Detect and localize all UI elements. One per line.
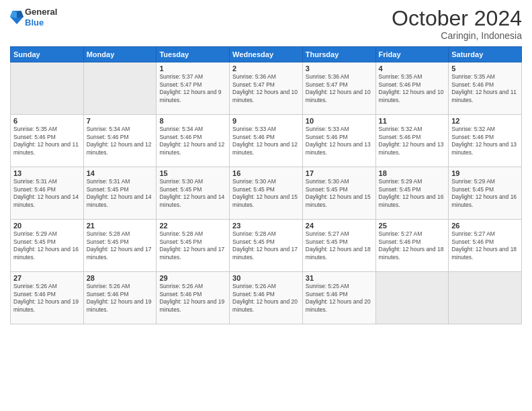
day-info: Sunrise: 5:37 AM Sunset: 5:47 PM Dayligh… [159,73,226,104]
day-info: Sunrise: 5:35 AM Sunset: 5:46 PM Dayligh… [451,73,519,104]
calendar-cell: 29Sunrise: 5:26 AM Sunset: 5:46 PM Dayli… [157,272,230,324]
day-number: 22 [159,222,226,230]
location: Caringin, Indonesia [392,30,522,41]
calendar-cell: 19Sunrise: 5:29 AM Sunset: 5:45 PM Dayli… [449,167,522,220]
day-number: 26 [451,222,519,230]
calendar-cell: 20Sunrise: 5:29 AM Sunset: 5:45 PM Dayli… [11,220,84,272]
day-number: 6 [13,117,81,125]
day-info: Sunrise: 5:36 AM Sunset: 5:47 PM Dayligh… [306,73,373,104]
calendar-cell: 26Sunrise: 5:27 AM Sunset: 5:46 PM Dayli… [449,220,522,272]
day-info: Sunrise: 5:26 AM Sunset: 5:46 PM Dayligh… [232,283,300,314]
day-info: Sunrise: 5:29 AM Sunset: 5:45 PM Dayligh… [13,230,81,261]
day-number: 16 [232,169,300,177]
day-info: Sunrise: 5:30 AM Sunset: 5:45 PM Dayligh… [306,178,373,209]
day-info: Sunrise: 5:33 AM Sunset: 5:46 PM Dayligh… [306,126,373,156]
day-info: Sunrise: 5:34 AM Sunset: 5:46 PM Dayligh… [159,126,226,156]
day-info: Sunrise: 5:29 AM Sunset: 5:45 PM Dayligh… [379,178,446,209]
day-number: 10 [306,117,373,125]
header-day: Sunday [11,47,84,62]
day-info: Sunrise: 5:27 AM Sunset: 5:45 PM Dayligh… [306,230,373,261]
day-number: 31 [306,274,373,282]
calendar-week: 1Sunrise: 5:37 AM Sunset: 5:47 PM Daylig… [11,62,522,115]
calendar-cell: 12Sunrise: 5:32 AM Sunset: 5:46 PM Dayli… [449,115,522,167]
calendar-cell: 3Sunrise: 5:36 AM Sunset: 5:47 PM Daylig… [302,62,375,115]
logo-general: General [25,7,57,17]
calendar-cell: 9Sunrise: 5:33 AM Sunset: 5:46 PM Daylig… [230,115,303,167]
calendar-cell: 4Sunrise: 5:35 AM Sunset: 5:46 PM Daylig… [375,62,449,115]
header-day: Wednesday [230,47,303,62]
day-info: Sunrise: 5:31 AM Sunset: 5:45 PM Dayligh… [87,178,154,209]
calendar-cell [449,272,522,324]
calendar-cell: 31Sunrise: 5:25 AM Sunset: 5:46 PM Dayli… [302,272,375,324]
calendar-cell: 14Sunrise: 5:31 AM Sunset: 5:45 PM Dayli… [83,167,157,220]
day-number: 7 [87,117,154,125]
calendar-body: 1Sunrise: 5:37 AM Sunset: 5:47 PM Daylig… [11,62,522,324]
calendar-week: 27Sunrise: 5:26 AM Sunset: 5:46 PM Dayli… [11,272,522,324]
header-day: Thursday [302,47,375,62]
day-number: 15 [159,169,226,177]
day-number: 9 [232,117,300,125]
day-info: Sunrise: 5:32 AM Sunset: 5:46 PM Dayligh… [379,126,446,156]
calendar-cell: 21Sunrise: 5:28 AM Sunset: 5:45 PM Dayli… [83,220,157,272]
page: General Blue October 2024 Caringin, Indo… [0,0,532,411]
calendar-cell: 30Sunrise: 5:26 AM Sunset: 5:46 PM Dayli… [230,272,303,324]
day-number: 29 [159,274,226,282]
calendar-cell: 1Sunrise: 5:37 AM Sunset: 5:47 PM Daylig… [157,62,230,115]
calendar-cell: 23Sunrise: 5:28 AM Sunset: 5:45 PM Dayli… [230,220,303,272]
calendar-table: SundayMondayTuesdayWednesdayThursdayFrid… [10,46,522,324]
calendar-cell: 28Sunrise: 5:26 AM Sunset: 5:46 PM Dayli… [83,272,157,324]
day-number: 5 [451,64,519,73]
day-info: Sunrise: 5:26 AM Sunset: 5:46 PM Dayligh… [87,283,154,314]
calendar-cell: 15Sunrise: 5:30 AM Sunset: 5:45 PM Dayli… [157,167,230,220]
calendar-cell: 7Sunrise: 5:34 AM Sunset: 5:46 PM Daylig… [83,115,157,167]
day-info: Sunrise: 5:36 AM Sunset: 5:47 PM Dayligh… [232,73,300,104]
day-number: 28 [87,274,154,282]
day-info: Sunrise: 5:35 AM Sunset: 5:46 PM Dayligh… [13,126,81,156]
month-title: October 2024 [392,7,522,30]
day-number: 24 [306,222,373,230]
header: General Blue October 2024 Caringin, Indo… [10,7,522,41]
day-info: Sunrise: 5:27 AM Sunset: 5:46 PM Dayligh… [379,230,446,261]
calendar-cell: 16Sunrise: 5:30 AM Sunset: 5:45 PM Dayli… [230,167,303,220]
calendar-week: 13Sunrise: 5:31 AM Sunset: 5:46 PM Dayli… [11,167,522,220]
header-day: Tuesday [157,47,230,62]
calendar-cell [83,62,157,115]
calendar-cell: 11Sunrise: 5:32 AM Sunset: 5:46 PM Dayli… [375,115,449,167]
day-number: 2 [232,64,300,73]
day-info: Sunrise: 5:26 AM Sunset: 5:46 PM Dayligh… [159,283,226,314]
day-number: 12 [451,117,519,125]
logo: General Blue [10,7,57,28]
day-number: 27 [13,274,81,282]
day-info: Sunrise: 5:30 AM Sunset: 5:45 PM Dayligh… [232,178,300,209]
calendar-cell: 10Sunrise: 5:33 AM Sunset: 5:46 PM Dayli… [302,115,375,167]
svg-marker-1 [17,11,24,18]
calendar-cell: 17Sunrise: 5:30 AM Sunset: 5:45 PM Dayli… [302,167,375,220]
day-number: 30 [232,274,300,282]
day-number: 4 [379,64,446,73]
day-info: Sunrise: 5:35 AM Sunset: 5:46 PM Dayligh… [379,73,446,104]
calendar-week: 6Sunrise: 5:35 AM Sunset: 5:46 PM Daylig… [11,115,522,167]
day-number: 3 [306,64,373,73]
day-info: Sunrise: 5:32 AM Sunset: 5:46 PM Dayligh… [451,126,519,156]
day-info: Sunrise: 5:25 AM Sunset: 5:46 PM Dayligh… [306,283,373,314]
calendar-week: 20Sunrise: 5:29 AM Sunset: 5:45 PM Dayli… [11,220,522,272]
calendar-cell: 22Sunrise: 5:28 AM Sunset: 5:45 PM Dayli… [157,220,230,272]
day-number: 18 [379,169,446,177]
calendar-cell: 5Sunrise: 5:35 AM Sunset: 5:46 PM Daylig… [449,62,522,115]
day-number: 11 [379,117,446,125]
day-info: Sunrise: 5:31 AM Sunset: 5:46 PM Dayligh… [13,178,81,209]
calendar-cell: 13Sunrise: 5:31 AM Sunset: 5:46 PM Dayli… [11,167,84,220]
header-day: Friday [375,47,449,62]
logo-icon [10,9,24,26]
day-number: 23 [232,222,300,230]
calendar-cell: 8Sunrise: 5:34 AM Sunset: 5:46 PM Daylig… [157,115,230,167]
header-row: SundayMondayTuesdayWednesdayThursdayFrid… [11,47,522,62]
day-info: Sunrise: 5:30 AM Sunset: 5:45 PM Dayligh… [159,178,226,209]
logo-blue: Blue [25,17,44,28]
calendar-cell [375,272,449,324]
day-info: Sunrise: 5:27 AM Sunset: 5:46 PM Dayligh… [451,230,519,261]
calendar-cell [11,62,84,115]
day-number: 25 [379,222,446,230]
calendar-cell: 25Sunrise: 5:27 AM Sunset: 5:46 PM Dayli… [375,220,449,272]
calendar-cell: 2Sunrise: 5:36 AM Sunset: 5:47 PM Daylig… [230,62,303,115]
